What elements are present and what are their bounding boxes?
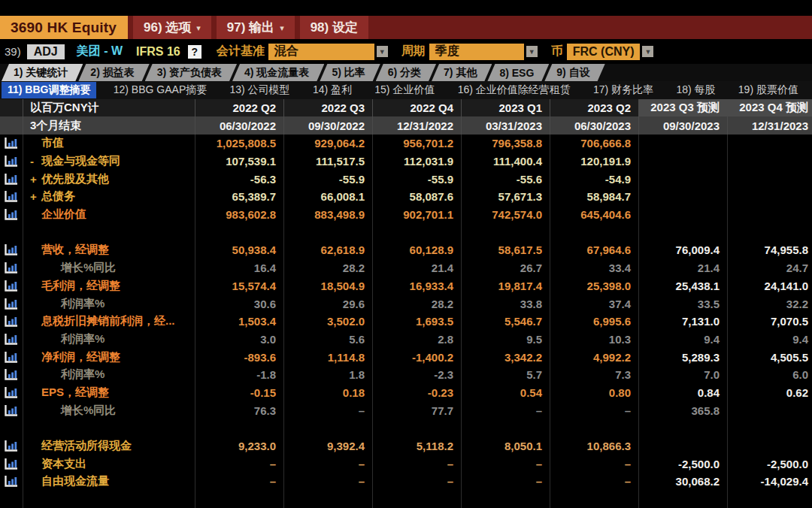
- cell: 50,938.4: [195, 241, 284, 259]
- tab-secondary-16[interactable]: 16) 企业价值除经营租赁: [452, 82, 577, 98]
- bar-chart-icon[interactable]: [0, 313, 23, 331]
- bar-chart-icon[interactable]: [0, 170, 23, 188]
- bar-chart-glyph: [5, 369, 18, 380]
- cell: 5.7: [462, 366, 550, 384]
- cell: -893.6: [195, 348, 284, 366]
- tab-primary-1[interactable]: 1) 关键统计: [2, 64, 83, 81]
- help-icon[interactable]: ?: [188, 45, 201, 59]
- menu-button-98[interactable]: 98) 设定: [300, 16, 368, 39]
- bar-chart-icon[interactable]: [0, 295, 23, 313]
- bar-chart-glyph: [5, 316, 18, 327]
- period-row-label: 3个月结束: [23, 116, 195, 135]
- cell: [373, 419, 462, 437]
- bar-chart-icon[interactable]: [0, 366, 23, 384]
- adj-badge[interactable]: ADJ: [27, 44, 65, 59]
- table-row[interactable]: EPS，经调整-0.150.18-0.230.540.800.840.62: [0, 384, 812, 402]
- table-row[interactable]: 毛利润，经调整15,574.418,504.916,933.419,817.42…: [0, 277, 812, 295]
- bar-chart-icon[interactable]: [0, 206, 23, 224]
- table-row[interactable]: 利润率%30.629.628.233.837.433.532.2: [0, 295, 812, 313]
- bar-chart-icon[interactable]: [0, 241, 23, 259]
- cell: 21.4: [373, 259, 462, 277]
- period-label: 周期: [401, 44, 426, 59]
- tab-secondary-17[interactable]: 17) 财务比率: [587, 82, 659, 98]
- period-dropdown[interactable]: 季度: [429, 44, 524, 60]
- tab-primary-7[interactable]: 7) 其他: [432, 64, 492, 81]
- table-row[interactable]: 市值1,025,808.5929,064.2956,701.2796,358.8…: [0, 135, 812, 153]
- bar-chart-icon[interactable]: [0, 153, 23, 171]
- row-label: 营收，经调整: [23, 241, 195, 259]
- bar-chart-icon[interactable]: [0, 437, 23, 455]
- tab-secondary-18[interactable]: 18) 每股: [670, 82, 721, 98]
- tab-secondary-11[interactable]: 11) BBG调整摘要: [2, 82, 96, 98]
- bar-chart-icon[interactable]: [0, 331, 23, 349]
- tab-primary-9[interactable]: 9) 自设: [544, 64, 604, 81]
- table-row[interactable]: 利润率%-1.81.8-2.35.77.37.06.0: [0, 366, 812, 384]
- table-row[interactable]: -现金与现金等同107,539.1111,517.5112,031.9111,4…: [0, 153, 812, 171]
- tab-secondary-14[interactable]: 14) 盈利: [307, 82, 358, 98]
- tab-primary-8[interactable]: 8) ESG: [487, 64, 549, 81]
- menu-button-96[interactable]: 96) 选项▾: [133, 16, 211, 39]
- table-row[interactable]: 自由现金流量–––––30,068.2-14,029.4: [0, 473, 812, 491]
- column-header-quarter: 2023 Q1: [462, 99, 550, 116]
- cell: 1,503.4: [195, 313, 284, 331]
- chevron-down-icon[interactable]: ▼: [526, 46, 538, 57]
- bar-chart-glyph: [5, 352, 18, 363]
- bar-chart-glyph: [5, 476, 18, 487]
- column-header-quarter: 2022 Q2: [195, 99, 284, 116]
- primary-tabs: 1) 关键统计2) 损益表3) 资产负债表4) 现金流量表5) 比率6) 分类7…: [0, 64, 812, 81]
- bar-chart-icon[interactable]: [0, 135, 23, 153]
- cell: [550, 419, 639, 437]
- table-row[interactable]: 增长%同比76.3–77.7––365.8: [0, 401, 812, 419]
- row-label: 利润率%: [23, 295, 195, 313]
- bar-chart-icon[interactable]: [0, 455, 23, 473]
- tab-primary-5[interactable]: 5) 比率: [320, 64, 380, 81]
- tab-secondary-13[interactable]: 13) 公司模型: [223, 82, 295, 98]
- tab-primary-4[interactable]: 4) 现金流量表: [232, 64, 324, 81]
- cell: [373, 491, 462, 508]
- basis-dropdown[interactable]: 混合: [268, 44, 374, 60]
- table-row[interactable]: 资本支出–––––-2,500.0-2,500.0: [0, 455, 812, 473]
- tab-primary-2[interactable]: 2) 损益表: [78, 64, 149, 81]
- cell: 65,389.7: [195, 188, 284, 206]
- bar-chart-icon[interactable]: [0, 384, 23, 402]
- cell: 929,064.2: [284, 135, 373, 153]
- cell: 5,118.2: [373, 437, 462, 455]
- cell: [639, 135, 728, 153]
- bar-chart-icon[interactable]: [0, 188, 23, 206]
- cell: 3.0: [195, 331, 284, 349]
- cell: 796,358.8: [462, 135, 550, 153]
- cell: 7,131.0: [639, 313, 728, 331]
- table-row[interactable]: +优先股及其他-56.3-55.9-55.9-55.6-54.9: [0, 170, 812, 188]
- table-row[interactable]: 净利润，经调整-893.61,114.8-1,400.23,342.24,992…: [0, 348, 812, 366]
- chevron-down-icon[interactable]: ▼: [377, 46, 388, 57]
- tab-primary-6[interactable]: 6) 分类: [376, 64, 436, 81]
- spacer-row: [0, 223, 812, 241]
- cell: [462, 491, 550, 508]
- currency-label: 币: [551, 44, 563, 59]
- tab-secondary-15[interactable]: 15) 企业价值: [368, 82, 441, 98]
- tab-secondary-19[interactable]: 19) 股票价值: [732, 82, 804, 98]
- table-row[interactable]: +总债务65,389.766,008.158,087.657,671.358,9…: [0, 188, 812, 206]
- table-row[interactable]: 增长%同比16.428.221.426.733.421.424.7: [0, 259, 812, 277]
- tab-secondary-12[interactable]: 12) BBG GAAP摘要: [108, 82, 213, 98]
- table-row[interactable]: 经营活动所得现金9,233.09,392.45,118.28,050.110,8…: [0, 437, 812, 455]
- row-label: 利润率%: [23, 331, 195, 349]
- cell: –: [195, 455, 284, 473]
- row-label: [23, 491, 195, 508]
- cell: 4,992.2: [550, 348, 639, 366]
- chevron-down-icon[interactable]: ▼: [642, 46, 653, 57]
- cell: 10,866.3: [550, 437, 639, 455]
- bar-chart-icon[interactable]: [0, 348, 23, 366]
- tab-primary-3[interactable]: 3) 资产负债表: [145, 64, 237, 81]
- cell: 62,618.9: [284, 241, 373, 259]
- table-row[interactable]: 企业价值983,602.8883,498.9902,701.1742,574.0…: [0, 206, 812, 224]
- bar-chart-icon[interactable]: [0, 473, 23, 491]
- table-row[interactable]: 营收，经调整50,938.462,618.960,128.958,617.567…: [0, 241, 812, 259]
- bar-chart-icon[interactable]: [0, 401, 23, 419]
- bar-chart-icon[interactable]: [0, 259, 23, 277]
- table-row[interactable]: 利润率%3.05.62.89.510.39.49.4: [0, 331, 812, 349]
- table-row[interactable]: 息税折旧摊销前利润，经...1,503.43,502.01,693.55,546…: [0, 313, 812, 331]
- bar-chart-icon[interactable]: [0, 277, 23, 295]
- menu-button-97[interactable]: 97) 输出▾: [217, 16, 295, 39]
- currency-dropdown[interactable]: FRC (CNY): [567, 44, 641, 60]
